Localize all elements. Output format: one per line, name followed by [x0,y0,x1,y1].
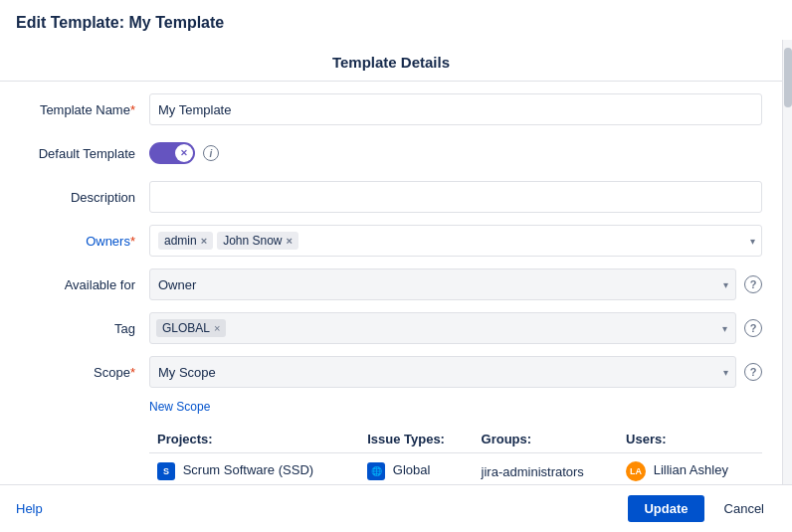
description-input[interactable] [149,181,762,213]
scope-help-icon[interactable]: ? [744,363,762,381]
table-row: S Scrum Software (SSD) 🌐 Global jira-adm… [149,453,762,485]
default-template-label: Default Template [20,146,149,161]
global-icon: 🌐 [367,462,385,480]
toggle-x-icon: ✕ [180,148,188,158]
toggle-wrapper: ✕ i [149,142,219,164]
owner-chip-admin: admin × [158,232,213,250]
col-header-groups: Groups: [474,426,619,453]
available-for-wrapper: Owner All Custom ▾ [149,268,736,300]
tag-chip-global: GLOBAL × [156,319,226,337]
owner-chip-john: John Snow × [217,232,298,250]
new-scope-link[interactable]: New Scope [149,400,762,414]
table-cell-project: S Scrum Software (SSD) [149,453,359,485]
tag-field[interactable]: GLOBAL × ▾ [149,312,736,344]
tag-label: Tag [20,321,149,336]
help-link[interactable]: Help [16,501,43,516]
template-name-row: Template Name* [20,93,762,125]
owner-chip-admin-remove[interactable]: × [201,235,207,247]
col-header-issue-types: Issue Types: [359,426,473,453]
owners-label: Owners* [20,234,149,249]
template-name-label: Template Name* [20,102,149,117]
table-cell-issue-type: 🌐 Global [359,453,473,485]
group-name: jira-administrators [482,464,584,479]
cancel-button[interactable]: Cancel [712,495,776,522]
page-title: Edit Template: My Template [16,14,224,31]
page-header: Edit Template: My Template [0,0,792,40]
description-row: Description [20,181,762,213]
owners-row: Owners* admin × John Snow × ▾ [20,225,762,257]
default-template-row: Default Template ✕ i [20,137,762,169]
tag-dropdown-arrow: ▾ [722,323,727,334]
col-header-projects: Projects: [149,426,359,453]
form-area: Template Details Template Name* Default … [0,40,782,484]
update-button[interactable]: Update [628,495,703,522]
owner-chip-admin-label: admin [164,234,197,248]
tag-row: Tag GLOBAL × ▾ ? [20,312,762,344]
tag-help-icon[interactable]: ? [744,319,762,337]
issue-type-name: Global [393,462,431,477]
table-cell-user: LA Lillian Ashley [618,453,762,485]
user-avatar: LA [626,461,646,481]
project-icon: S [157,462,175,480]
project-name: Scrum Software (SSD) [183,462,313,477]
available-for-help-icon[interactable]: ? [744,275,762,293]
available-for-row: Available for Owner All Custom ▾ ? [20,268,762,300]
user-name: Lillian Ashley [654,462,728,477]
scrollbar-track[interactable] [782,40,792,484]
scrollbar-thumb[interactable] [784,48,792,107]
available-for-label: Available for [20,277,149,292]
scope-label: Scope* [20,365,149,380]
owners-field[interactable]: admin × John Snow × ▾ [149,225,762,257]
tag-wrapper: GLOBAL × ▾ [149,312,736,344]
table-cell-group: jira-administrators [474,453,619,485]
default-template-toggle[interactable]: ✕ [149,142,195,164]
owner-chip-john-label: John Snow [223,234,282,248]
default-template-info-icon[interactable]: i [203,145,219,161]
footer: Help Update Cancel [0,484,792,532]
owners-dropdown-arrow: ▾ [750,236,755,247]
owner-chip-john-remove[interactable]: × [287,235,293,247]
section-title: Template Details [0,40,782,82]
scope-wrapper: My Scope ▾ [149,356,736,388]
tag-chip-global-remove[interactable]: × [214,322,220,334]
tag-chip-global-label: GLOBAL [162,321,210,335]
description-label: Description [20,190,149,205]
scope-row: Scope* My Scope ▾ ? [20,356,762,388]
scope-select[interactable]: My Scope [149,356,736,388]
footer-actions: Update Cancel [628,495,776,522]
template-name-input[interactable] [149,93,762,125]
scope-table: Projects: Issue Types: Groups: Users: S … [149,426,762,484]
available-for-select[interactable]: Owner All Custom [149,268,736,300]
col-header-users: Users: [618,426,762,453]
toggle-knob: ✕ [175,144,193,162]
